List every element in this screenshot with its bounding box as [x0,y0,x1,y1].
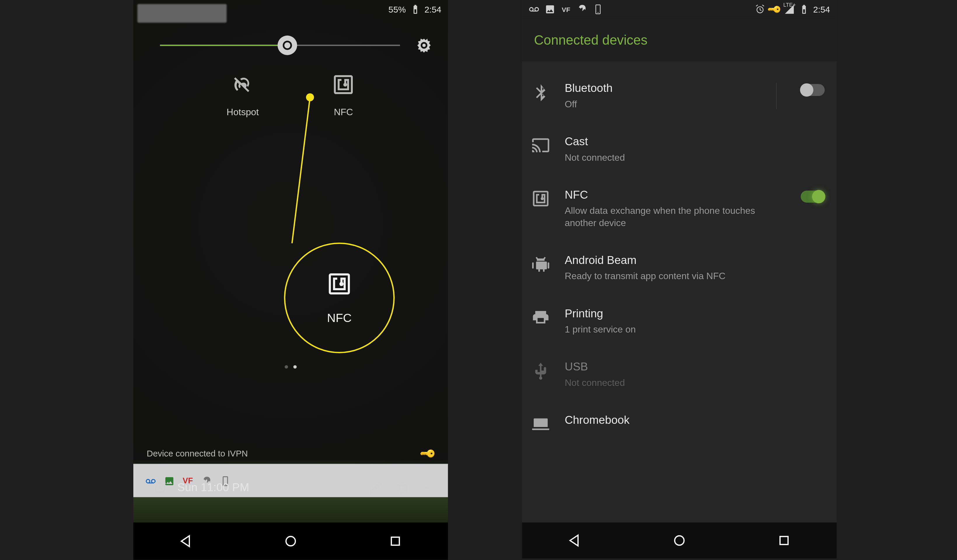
row-bluetooth[interactable]: Bluetooth Off [522,69,837,123]
alarm-icon[interactable] [152,480,168,496]
vpn-status-text: Device connected to IVPN [147,449,248,459]
row-subtitle: Off [565,98,761,110]
nav-bar [133,522,448,560]
battery-icon [799,4,809,15]
settings-button[interactable] [393,480,409,496]
row-title: Printing [565,307,824,322]
brightness-thumb-icon[interactable] [276,35,298,56]
battery-pct-label: 55% [388,5,406,14]
alarm-icon [755,4,765,15]
qs-tile-nfc[interactable]: NFC [332,73,355,117]
nav-home-button[interactable] [283,533,299,549]
home-dock-peek [133,497,448,523]
alarm-time-label: Sun 11:00 PM [177,481,249,495]
cast-icon [531,136,550,155]
nav-bar [522,522,837,558]
row-subtitle: Not connected [565,151,824,164]
page-title: Connected devices [534,32,647,48]
signal-icon: LTE+ [784,4,794,15]
collapse-button[interactable] [418,480,435,496]
clock-label: 2:54 [813,5,830,14]
page-header: Connected devices [522,19,837,61]
svg-point-11 [674,536,684,545]
alarm-row: Sun 11:00 PM [133,480,448,496]
nfc-icon [332,73,355,96]
nfc-icon [531,189,550,208]
row-subtitle: Allow data exchange when the phone touch… [565,205,786,230]
edit-tiles-button[interactable] [368,480,384,496]
phone-icon [592,4,603,15]
android-icon [531,255,550,274]
row-subtitle: 1 print service on [565,323,824,336]
vpn-status-row[interactable]: Device connected to IVPN 🔑 [133,447,448,460]
svg-rect-7 [392,537,400,545]
nav-recent-button[interactable] [776,533,792,549]
chromebook-icon [531,415,550,433]
hotspot-off-icon [231,73,254,96]
row-title: NFC [565,188,786,203]
print-icon [531,308,550,327]
divider [776,82,777,109]
row-cast[interactable]: Cast Not connected [522,123,837,175]
row-nfc[interactable]: NFC Allow data exchange when the phone t… [522,175,837,241]
pager-dots [133,365,448,368]
qs-tile-label: NFC [334,107,353,118]
brightness-row [160,37,432,54]
svg-rect-12 [780,536,788,544]
vpn-key-icon: 🔑 [767,2,782,17]
leaf-icon [577,4,587,15]
nav-recent-button[interactable] [387,533,404,549]
photos-icon [545,4,556,15]
brightness-slider[interactable] [160,45,400,46]
quick-settings-shade [133,0,448,461]
phone-settings-connected: VF 🔑 LTE+ 2:54 Connected devices Bluetoo… [522,0,837,558]
status-bar: 55% 2:54 [133,0,448,19]
pager-dot[interactable] [293,365,297,368]
app-icon: VF [561,4,572,15]
row-printing[interactable]: Printing 1 print service on [522,295,837,348]
pager-dot[interactable] [285,365,288,368]
bluetooth-icon [531,82,550,101]
qs-tile-label: Hotspot [227,107,259,118]
row-android-beam[interactable]: Android Beam Ready to transmit app conte… [522,241,837,295]
row-usb: USB Not connected [522,348,837,401]
nav-back-button[interactable] [178,533,194,549]
clock-label: 2:54 [425,5,441,14]
settings-list: Bluetooth Off Cast Not connected NFC All… [522,61,837,445]
bluetooth-switch[interactable] [801,84,824,96]
phone-quick-settings: 55% 2:54 Hotspot [133,0,448,560]
nav-back-button[interactable] [566,533,583,549]
row-subtitle: Not connected [565,377,824,389]
svg-point-9 [597,12,599,13]
voicemail-icon [529,4,540,15]
row-subtitle: Ready to transmit app content via NFC [565,270,824,282]
redacted-carrier [137,4,227,23]
qs-tile-hotspot[interactable]: Hotspot [227,73,259,117]
nfc-switch[interactable] [801,191,824,202]
battery-icon [410,4,421,15]
svg-point-6 [286,536,295,546]
status-bar: VF 🔑 LTE+ 2:54 [522,0,837,19]
usb-icon [531,361,550,380]
row-title: Android Beam [565,254,824,269]
row-title: Chromebook [565,413,824,428]
nav-home-button[interactable] [671,533,687,549]
svg-point-2 [284,42,290,49]
row-title: USB [565,360,824,375]
row-title: Cast [565,134,824,150]
auto-brightness-icon[interactable] [416,37,432,54]
row-title: Bluetooth [565,81,761,96]
row-chromebook[interactable]: Chromebook [522,401,837,445]
